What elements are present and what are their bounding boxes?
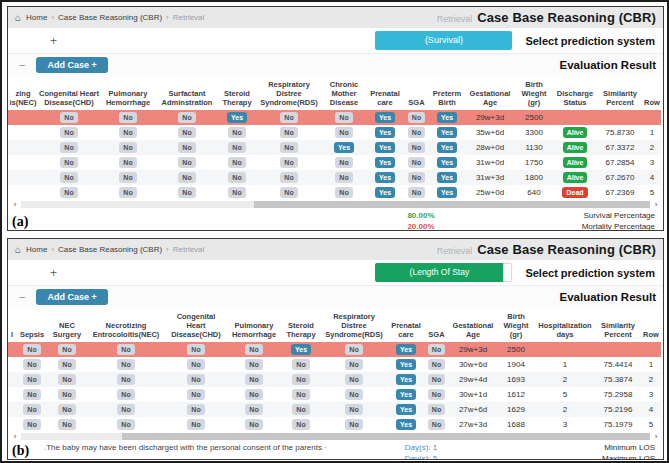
add-case-button[interactable]: Add Case + (36, 289, 107, 305)
maximum-los-value: Day(s): 5 (351, 454, 491, 460)
column-header: Preterm Birth (429, 76, 465, 110)
result-row[interactable]: NoNoNoNoNoNoNoYesNo30w+6d1904175.44141 (8, 357, 661, 372)
cell (8, 140, 38, 155)
cell: No (322, 110, 366, 125)
prediction-system-row: + (Survival) Select prediction system (8, 28, 663, 54)
no-badge: No (228, 142, 245, 154)
scrollbar-thumb[interactable] (122, 433, 650, 440)
collapse-minus-icon[interactable]: − (19, 59, 25, 71)
cell: No (156, 125, 218, 140)
no-badge: No (280, 112, 297, 124)
scroll-left-icon[interactable]: ‹ (11, 433, 19, 441)
breadcrumb-section[interactable]: Case Base Reasoning (CBR) (58, 245, 162, 254)
result-row[interactable]: NoNoNoNoNoNoNoYesNo27w+6d1629275.21964 (8, 402, 661, 417)
cell: 27w+3d (449, 417, 497, 432)
dead-status-badge: Dead (562, 187, 587, 199)
horizontal-scrollbar[interactable]: ‹ › (8, 432, 663, 441)
result-row[interactable]: NoNoNoNoNoNoYesNoYes25w+0d640Dead67.2369… (8, 185, 661, 200)
cell: No (86, 417, 166, 432)
cell: No (404, 155, 429, 170)
no-badge: No (408, 127, 425, 139)
breadcrumb-page: Retrieval (173, 245, 205, 254)
yes-badge: Yes (396, 419, 416, 431)
result-row[interactable]: NoNoNoNoNoNoNoYesNo27w+3d1688375.19795 (8, 417, 661, 432)
cell: 1800 (515, 170, 553, 185)
result-row[interactable]: NoNoNoNoNoNoYesNoYes35w+6d3300Alive75.87… (8, 125, 661, 140)
cell: 2500 (497, 342, 535, 357)
cell: No (48, 357, 86, 372)
column-header: NEC Surgery (48, 308, 86, 342)
column-header: Respiratory Distree Syndrome(RDS) (320, 308, 388, 342)
breadcrumb-separator: › (166, 13, 169, 22)
cell: No (100, 140, 156, 155)
no-badge: No (345, 374, 362, 386)
scroll-left-icon[interactable]: ‹ (11, 201, 19, 209)
cell: No (424, 417, 449, 432)
no-badge: No (187, 419, 204, 431)
cell: No (48, 417, 86, 432)
cell: No (48, 387, 86, 402)
collapse-minus-icon[interactable]: − (19, 291, 25, 303)
cell: Yes (429, 125, 465, 140)
column-header: Similarity Percent (597, 76, 643, 110)
scroll-right-icon[interactable]: › (652, 201, 660, 209)
column-header: SGA (424, 308, 449, 342)
expand-plus-icon[interactable]: + (50, 35, 57, 47)
result-row[interactable]: NoNoNoNoNoNoYesNoYes31w+0d1750Alive67.28… (8, 155, 661, 170)
cell: 67.2670 (597, 170, 643, 185)
mortality-percentage-value: 20.00% (351, 222, 491, 231)
no-badge: No (117, 344, 134, 356)
cell: No (226, 417, 282, 432)
discharge-consent-note: .The baby may have been discharged with … (8, 443, 351, 452)
breadcrumb-section[interactable]: Case Base Reasoning (CBR) (58, 13, 162, 22)
subfigure-label-a: (a) (12, 214, 28, 230)
cell: Alive (553, 155, 597, 170)
cell: Yes (366, 125, 404, 140)
breadcrumb-home[interactable]: Home (26, 245, 47, 254)
breadcrumb-home[interactable]: Home (26, 13, 47, 22)
column-header: Prenatal care (366, 76, 404, 110)
scrollbar-thumb[interactable] (254, 201, 650, 208)
cell: No (156, 185, 218, 200)
column-header: Necrotizing Entrocoloitis(NEC) (86, 308, 166, 342)
home-icon: ⌂ (15, 13, 21, 23)
cell: No (166, 342, 226, 357)
no-badge: No (60, 172, 77, 184)
cell: Yes (388, 417, 424, 432)
survival-system-button[interactable]: (Survival) (375, 31, 512, 50)
cell: No (404, 170, 429, 185)
cell: 75.8730 (597, 125, 643, 140)
horizontal-scrollbar[interactable]: ‹ › (8, 200, 663, 209)
cell: 67.2854 (597, 155, 643, 170)
no-badge: No (178, 112, 195, 124)
prediction-system-row: + (Length Of Stay Select prediction syst… (8, 260, 663, 286)
no-badge: No (345, 389, 362, 401)
no-badge: No (117, 359, 134, 371)
expand-plus-icon[interactable]: + (50, 267, 57, 279)
cell: No (100, 185, 156, 200)
no-badge: No (335, 157, 352, 169)
cell: No (282, 402, 320, 417)
no-badge: No (280, 172, 297, 184)
result-row[interactable]: NoNoNoNoNoNoNoYesNo29w+4d1693275.38742 (8, 372, 661, 387)
cell: No (320, 417, 388, 432)
scrollbar-track[interactable] (21, 201, 650, 208)
yes-badge: Yes (437, 187, 457, 199)
cell: No (404, 185, 429, 200)
scrollbar-track[interactable] (21, 433, 650, 440)
cell: No (320, 402, 388, 417)
no-badge: No (58, 389, 75, 401)
result-row[interactable]: NoNoNoNoNoNoNoYesNo30w+1d1612575.29583 (8, 387, 661, 402)
query-case-row[interactable]: NoNoNoNoNoYesNoYesNo29w+3d2500 (8, 342, 661, 357)
result-row[interactable]: NoNoNoNoNoNoYesNoYes31w+3d1800Alive67.26… (8, 170, 661, 185)
cell: Yes (388, 387, 424, 402)
no-badge: No (428, 374, 445, 386)
add-case-button[interactable]: Add Case + (36, 57, 107, 73)
query-case-row[interactable]: NoNoNoYesNoNoYesNoYes29w+3d2500 (8, 110, 661, 125)
result-row[interactable]: NoNoNoNoNoYesYesNoYes28w+0d1130Alive67.3… (8, 140, 661, 155)
cell: No (16, 387, 48, 402)
cell: No (48, 402, 86, 417)
scroll-right-icon[interactable]: › (652, 433, 660, 441)
cell: No (322, 125, 366, 140)
length-of-stay-system-button[interactable]: (Length Of Stay (375, 263, 512, 282)
